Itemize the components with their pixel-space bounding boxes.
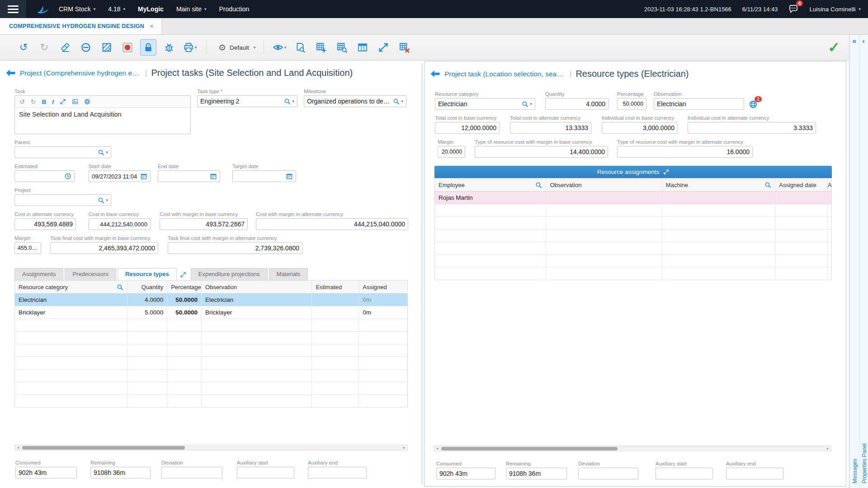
header-assigned[interactable]: Assigned bbox=[359, 281, 407, 293]
breadcrumb-project-link[interactable]: Project (Comprehensive hydrogen engin... bbox=[20, 69, 141, 77]
scrollbar-thumb[interactable] bbox=[22, 446, 185, 450]
messages-button[interactable]: 4 bbox=[788, 4, 798, 14]
percentage-input[interactable]: 50.0000 bbox=[617, 98, 646, 110]
milestone-input[interactable]: Organized operations to demo... ▾ bbox=[304, 95, 406, 107]
search-icon[interactable] bbox=[522, 101, 528, 108]
user-menu[interactable]: Luisina Cominelli ▾ bbox=[809, 6, 861, 13]
grid-remove-button[interactable] bbox=[396, 39, 412, 56]
table-row-empty[interactable] bbox=[435, 230, 831, 242]
caret-down-icon[interactable]: ▾ bbox=[401, 99, 403, 103]
search-icon[interactable] bbox=[764, 182, 771, 188]
table-row-empty[interactable] bbox=[15, 382, 407, 395]
tab-comprehensive-hydrogen-engine-design[interactable]: COMPREHENSIVE HYDROGEN ENGINE DESIGN ✕ bbox=[0, 18, 162, 34]
table-row-empty[interactable] bbox=[435, 267, 831, 280]
undo-button[interactable]: ↺ bbox=[15, 39, 32, 56]
record-button[interactable] bbox=[119, 39, 136, 56]
menu-crm-stock[interactable]: CRM Stock ▾ bbox=[59, 5, 95, 13]
table-row-empty[interactable] bbox=[15, 319, 407, 332]
cost-base-input[interactable]: 444,212,540.0000 bbox=[89, 218, 151, 230]
end-date-input[interactable] bbox=[158, 170, 220, 182]
table-row-electrician[interactable]: Electrician 4.0000 50.0000 Electrician 0… bbox=[15, 294, 407, 306]
search-icon[interactable] bbox=[98, 197, 104, 204]
caret-down-icon[interactable]: ▾ bbox=[292, 99, 294, 103]
undo-icon[interactable]: ↺ bbox=[19, 99, 25, 105]
horizontal-scrollbar[interactable]: ◂ ▸ bbox=[14, 445, 408, 450]
parent-input[interactable]: ▾ bbox=[14, 146, 111, 158]
consumed-input[interactable]: 902h 43m bbox=[436, 468, 495, 479]
search-icon[interactable] bbox=[535, 182, 542, 188]
start-date-input[interactable]: 09/27/2023 11:04 bbox=[89, 170, 151, 182]
header-estimated[interactable]: Estimated bbox=[312, 281, 359, 293]
italic-icon[interactable]: I bbox=[52, 99, 54, 105]
margin-input[interactable]: 20.0000 bbox=[438, 146, 465, 158]
table-row-rojas-martin[interactable]: Rojas Martin bbox=[435, 192, 831, 204]
resource-category-input[interactable]: Electrician ▾ bbox=[435, 98, 535, 110]
debug-button[interactable] bbox=[161, 39, 177, 56]
expand-icon[interactable] bbox=[663, 169, 669, 175]
bold-icon[interactable]: B bbox=[42, 99, 46, 105]
caret-down-icon[interactable]: ▾ bbox=[530, 102, 532, 106]
grid-search-button[interactable] bbox=[334, 39, 350, 56]
clear-button[interactable] bbox=[57, 39, 73, 56]
menu-version[interactable]: 4.18 ▾ bbox=[108, 5, 125, 13]
table-row-empty[interactable] bbox=[435, 217, 831, 230]
scroll-right-icon[interactable]: ▸ bbox=[825, 447, 831, 450]
table-row-empty[interactable] bbox=[15, 357, 407, 370]
fullscreen-button[interactable] bbox=[375, 39, 392, 56]
aux-end-input[interactable] bbox=[726, 468, 783, 479]
remaining-input[interactable]: 9108h 36m bbox=[506, 468, 567, 479]
caret-down-icon[interactable]: ▾ bbox=[106, 198, 108, 202]
confirm-button[interactable]: ✓ bbox=[828, 40, 840, 55]
expand-icon[interactable] bbox=[180, 270, 186, 278]
search-icon[interactable] bbox=[284, 98, 291, 105]
header-percentage[interactable]: Percentage bbox=[167, 281, 202, 293]
tab-predecessors[interactable]: Predecessors bbox=[65, 268, 116, 280]
type-margin-alt-input[interactable]: 16.0000 bbox=[617, 146, 753, 158]
breadcrumb-project-task-link[interactable]: Project task (Location selection, search… bbox=[444, 70, 566, 78]
observation-input[interactable]: Electrician bbox=[654, 98, 744, 110]
table-row-empty[interactable] bbox=[435, 204, 831, 217]
menu-mylogic[interactable]: MyLogic bbox=[138, 5, 164, 13]
table-row-empty[interactable] bbox=[15, 395, 407, 408]
tab-assignments[interactable]: Assignments bbox=[14, 268, 63, 280]
table-row-bricklayer[interactable]: Bricklayer 5.0000 50.0000 Bricklayer 0m bbox=[15, 306, 407, 319]
header-clipped[interactable]: A bbox=[828, 178, 831, 191]
messages-panel-tab[interactable]: Messages bbox=[852, 459, 858, 483]
target-date-input[interactable] bbox=[232, 170, 296, 182]
final-base-input[interactable]: 2,465,393,472.0000 bbox=[50, 242, 158, 254]
total-alt-input[interactable]: 13.3333 bbox=[510, 122, 591, 134]
task-text[interactable]: Site Selection and Land Acquisition bbox=[15, 108, 190, 134]
header-quantity[interactable]: Quantity bbox=[127, 281, 167, 293]
calendar-icon[interactable] bbox=[210, 173, 217, 180]
search-icon[interactable] bbox=[98, 149, 104, 156]
header-observation[interactable]: Observation bbox=[546, 178, 662, 191]
table-row-empty[interactable] bbox=[435, 242, 831, 255]
project-input[interactable]: ▾ bbox=[14, 194, 111, 206]
scrollbar-track[interactable] bbox=[21, 445, 401, 450]
panel-splitter[interactable] bbox=[420, 61, 424, 488]
remove-button[interactable] bbox=[78, 39, 94, 56]
close-icon[interactable]: ✕ bbox=[150, 23, 154, 29]
document-search-button[interactable] bbox=[292, 39, 308, 56]
search-icon[interactable] bbox=[117, 284, 123, 291]
individual-alt-input[interactable]: 3.3333 bbox=[688, 122, 816, 134]
remaining-input[interactable]: 9108h 36m bbox=[90, 467, 151, 479]
translations-button[interactable]: 1 bbox=[749, 100, 758, 109]
quantity-input[interactable]: 4.0000 bbox=[545, 98, 609, 110]
clock-icon[interactable] bbox=[64, 173, 71, 180]
tab-resource-types[interactable]: Resource types bbox=[118, 268, 177, 280]
chevron-left-icon[interactable]: ‹ bbox=[859, 35, 868, 45]
scroll-left-icon[interactable]: ◂ bbox=[434, 447, 440, 450]
search-icon[interactable] bbox=[393, 98, 400, 105]
tab-materials[interactable]: Materials bbox=[269, 268, 308, 280]
deviation-input[interactable] bbox=[161, 467, 222, 479]
aux-end-input[interactable] bbox=[308, 467, 367, 479]
header-machine[interactable]: Machine bbox=[662, 178, 775, 191]
chevron-double-left-icon[interactable]: « bbox=[850, 35, 859, 45]
table-row-empty[interactable] bbox=[435, 255, 831, 267]
caret-down-icon[interactable]: ▾ bbox=[106, 150, 108, 155]
header-observation[interactable]: Observation bbox=[202, 281, 312, 293]
scrollbar-thumb[interactable] bbox=[441, 447, 618, 450]
cost-margin-base-input[interactable]: 493,572.2667 bbox=[160, 218, 248, 230]
aux-start-input[interactable] bbox=[237, 467, 294, 479]
